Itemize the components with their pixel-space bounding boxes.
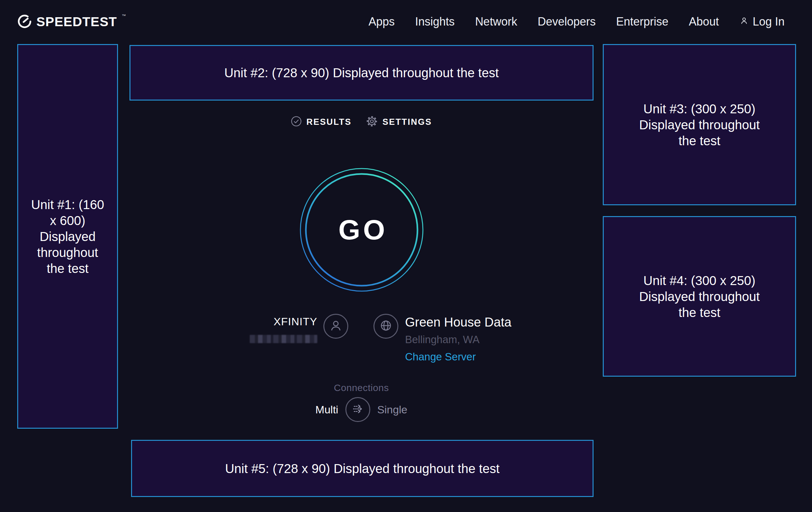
nav-item-about[interactable]: About xyxy=(689,15,719,28)
ad-unit-1-text: Unit #1: (160 x 600) Displayed throughou… xyxy=(29,197,107,276)
server-badge xyxy=(374,314,398,339)
results-label: RESULTS xyxy=(307,117,352,127)
tab-bar: RESULTS SETTINGS xyxy=(121,115,602,128)
ad-unit-3-rectangle[interactable]: Unit #3: (300 x 250) Displayed throughou… xyxy=(603,44,796,205)
nav-item-enterprise[interactable]: Enterprise xyxy=(616,15,668,28)
logo-wordmark: SPEEDTEST xyxy=(36,14,117,29)
multi-label: Multi xyxy=(315,403,338,416)
ad-unit-1-skyscraper[interactable]: Unit #1: (160 x 600) Displayed throughou… xyxy=(17,44,118,429)
ad-unit-2-leaderboard[interactable]: Unit #2: (728 x 90) Displayed throughout… xyxy=(129,45,593,101)
nav-item-developers[interactable]: Developers xyxy=(538,15,596,28)
nav-item-apps[interactable]: Apps xyxy=(368,15,395,28)
go-label: GO xyxy=(299,168,424,292)
go-button[interactable]: GO xyxy=(299,168,424,292)
login-label: Log In xyxy=(753,15,785,28)
settings-label: SETTINGS xyxy=(382,117,432,127)
tab-results[interactable]: RESULTS xyxy=(291,115,352,128)
ad-unit-5-leaderboard[interactable]: Unit #5: (728 x 90) Displayed throughout… xyxy=(131,440,593,497)
nav-item-network[interactable]: Network xyxy=(475,15,517,28)
ad-unit-2-text: Unit #2: (728 x 90) Displayed throughout… xyxy=(224,65,499,81)
speedtest-page: SPEEDTEST ™ Apps Insights Network Develo… xyxy=(0,0,812,512)
gear-icon xyxy=(366,115,378,128)
speedtest-logo[interactable]: SPEEDTEST ™ xyxy=(17,14,126,30)
connection-mode-toggle[interactable] xyxy=(345,397,370,422)
login-button[interactable]: Log In xyxy=(739,15,785,28)
server-location: Bellingham, WA xyxy=(405,333,512,346)
person-circle-icon xyxy=(328,318,343,334)
server-info: Green House Data Bellingham, WA Change S… xyxy=(405,315,512,363)
tab-settings[interactable]: SETTINGS xyxy=(366,115,432,128)
ad-unit-3-text: Unit #3: (300 x 250) Displayed throughou… xyxy=(629,101,770,149)
change-server-link[interactable]: Change Server xyxy=(405,351,512,363)
trademark-mark: ™ xyxy=(122,14,126,18)
globe-icon xyxy=(379,318,393,334)
top-nav: Apps Insights Network Developers Enterpr… xyxy=(368,0,785,44)
connections-toggle-row: Multi Single xyxy=(121,397,602,422)
server-name: Green House Data xyxy=(405,315,512,329)
ad-unit-5-text: Unit #5: (728 x 90) Displayed throughout… xyxy=(225,461,500,477)
nav-item-insights[interactable]: Insights xyxy=(415,15,455,28)
redacted-ip xyxy=(250,335,317,343)
gauge-icon xyxy=(17,14,32,30)
isp-badge xyxy=(323,314,348,339)
connections-label: Connections xyxy=(121,382,602,393)
person-icon xyxy=(739,15,749,28)
multi-arrows-icon xyxy=(350,402,365,417)
check-circle-icon xyxy=(291,116,302,128)
ad-unit-4-text: Unit #4: (300 x 250) Displayed throughou… xyxy=(629,273,770,321)
isp-name: XFINITY xyxy=(223,315,317,328)
ad-unit-4-rectangle[interactable]: Unit #4: (300 x 250) Displayed throughou… xyxy=(603,216,796,377)
single-label: Single xyxy=(377,403,408,416)
